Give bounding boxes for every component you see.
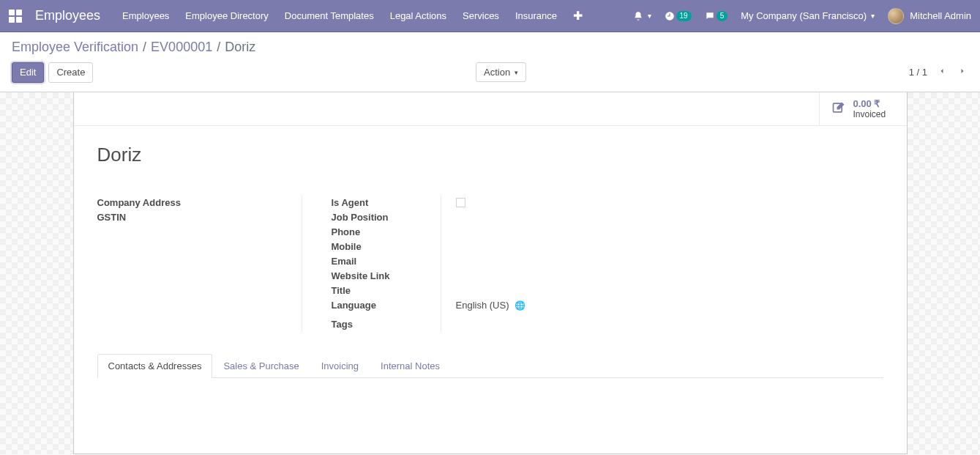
activities-badge: 19	[676, 11, 692, 21]
plus-icon[interactable]: ✚	[573, 9, 583, 23]
nav-links: Employees Employee Directory Document Te…	[122, 9, 633, 23]
notifications-button[interactable]: ▾	[633, 11, 651, 21]
form-col-right: Is Agent Job Position Phone Mobile Email…	[332, 196, 883, 332]
stat-label: Invoiced	[853, 109, 886, 119]
control-panel-buttons: Edit Create Action ▾ 1 / 1	[12, 62, 968, 83]
label-language: Language	[332, 300, 376, 311]
messaging-button[interactable]: 5	[705, 11, 728, 21]
top-navbar: Employees Employees Employee Directory D…	[0, 0, 980, 32]
breadcrumb-item[interactable]: EV000001	[151, 40, 212, 55]
tab-pane-contacts	[97, 378, 883, 422]
bell-icon	[633, 11, 643, 21]
invoiced-stat-button[interactable]: 0.00 ₹ Invoiced	[819, 92, 907, 125]
nav-link-doc-templates[interactable]: Document Templates	[285, 10, 374, 21]
action-label: Action	[484, 67, 510, 78]
label-gstin: GSTIN	[97, 212, 127, 223]
globe-icon[interactable]: 🌐	[515, 300, 525, 311]
app-brand[interactable]: Employees	[35, 8, 100, 23]
company-name: My Company (San Francisco)	[741, 10, 867, 21]
button-box: 0.00 ₹ Invoiced	[74, 92, 907, 126]
navbar-right: ▾ 19 5 My Company (San Francisco) ▾ Mitc…	[633, 8, 971, 24]
nav-link-employees[interactable]: Employees	[122, 10, 169, 21]
create-button[interactable]: Create	[48, 62, 93, 83]
label-phone: Phone	[332, 226, 361, 237]
tab-contacts[interactable]: Contacts & Addresses	[97, 354, 213, 378]
label-tags: Tags	[332, 319, 353, 330]
apps-icon[interactable]	[9, 10, 22, 23]
form-sheet: 0.00 ₹ Invoiced Doriz Company Address GS…	[73, 92, 908, 454]
label-title: Title	[332, 285, 351, 296]
label-website: Website Link	[332, 270, 390, 281]
pencil-square-icon	[831, 100, 846, 117]
breadcrumb-active: Doriz	[225, 40, 255, 55]
breadcrumb-sep: /	[217, 40, 220, 55]
tab-invoicing[interactable]: Invoicing	[310, 354, 370, 378]
chevron-right-icon	[958, 67, 967, 75]
tab-sales-purchase[interactable]: Sales & Purchase	[212, 354, 310, 378]
breadcrumb-item[interactable]: Employee Verification	[12, 40, 138, 55]
edit-button[interactable]: Edit	[12, 62, 44, 83]
value-language: English (US)	[456, 300, 509, 311]
tab-internal-notes[interactable]: Internal Notes	[370, 354, 451, 378]
label-job-position: Job Position	[332, 212, 389, 223]
chevron-left-icon	[938, 67, 946, 75]
label-email: Email	[332, 256, 357, 267]
company-switcher[interactable]: My Company (San Francisco) ▾	[741, 10, 875, 21]
nav-link-services[interactable]: Services	[463, 10, 499, 21]
label-mobile: Mobile	[332, 241, 362, 252]
chat-icon	[705, 11, 715, 21]
label-is-agent: Is Agent	[332, 197, 369, 208]
is-agent-checkbox[interactable]	[456, 198, 465, 207]
form-columns: Company Address GSTIN Is Agent Job Posit…	[97, 196, 883, 332]
pager-text[interactable]: 1 / 1	[909, 67, 927, 78]
label-company-address: Company Address	[97, 197, 181, 208]
nav-link-insurance[interactable]: Insurance	[515, 10, 557, 21]
breadcrumb: Employee Verification / EV000001 / Doriz	[12, 40, 968, 55]
pager-prev[interactable]	[936, 67, 948, 78]
clock-icon	[665, 11, 675, 21]
record-title: Doriz	[97, 144, 883, 166]
control-panel: Employee Verification / EV000001 / Doriz…	[0, 32, 980, 92]
nav-link-legal[interactable]: Legal Actions	[390, 10, 446, 21]
content-area: 0.00 ₹ Invoiced Doriz Company Address GS…	[0, 92, 980, 454]
caret-down-icon: ▾	[648, 12, 651, 20]
caret-down-icon: ▾	[871, 12, 875, 20]
stat-value: 0.00 ₹	[853, 98, 886, 109]
nav-tabs: Contacts & Addresses Sales & Purchase In…	[97, 354, 883, 378]
breadcrumb-sep: /	[143, 40, 146, 55]
activities-button[interactable]: 19	[665, 11, 692, 21]
user-menu[interactable]: Mitchell Admin	[888, 8, 971, 24]
avatar	[888, 8, 904, 24]
action-dropdown[interactable]: Action ▾	[476, 62, 526, 82]
messaging-badge: 5	[717, 11, 728, 21]
nav-link-directory[interactable]: Employee Directory	[185, 10, 268, 21]
caret-down-icon: ▾	[515, 69, 518, 76]
notebook: Contacts & Addresses Sales & Purchase In…	[97, 354, 883, 422]
pager-next[interactable]	[957, 67, 968, 78]
user-name: Mitchell Admin	[910, 10, 971, 21]
form-col-left: Company Address GSTIN	[97, 196, 302, 332]
